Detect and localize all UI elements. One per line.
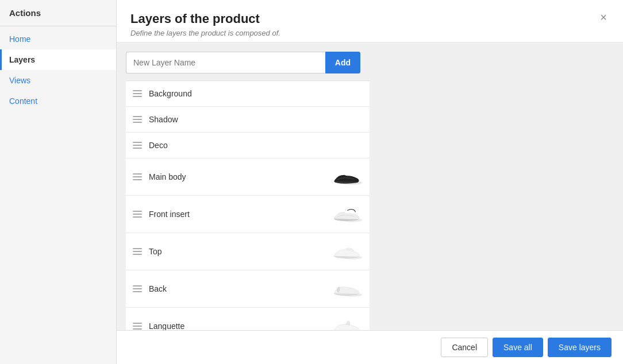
layer-name-top: Top [149,247,162,256]
modal-subtitle: Define the layers the product is compose… [130,29,280,37]
modal-header: Layers of the product Define the layers … [117,0,623,42]
modal-body: Add Background [117,42,623,330]
layer-item-deco[interactable]: Deco [126,133,370,158]
add-layer-row: Add [126,52,360,73]
drag-handle-shadow[interactable] [133,116,142,123]
layer-name-background: Background [149,89,192,98]
modal-title: Layers of the product [130,11,280,26]
modal-title-block: Layers of the product Define the layers … [130,11,280,37]
right-panel [370,42,623,330]
drag-handle-main-body[interactable] [133,173,142,180]
layer-item-main-body[interactable]: Main body [126,158,370,196]
sidebar-nav: Home Layers Views Content [0,26,116,111]
layer-thumb-top [330,241,363,262]
sidebar: Actions Home Layers Views Content [0,0,117,364]
sidebar-item-views[interactable]: Views [0,70,116,91]
cancel-button[interactable]: Cancel [441,338,488,357]
sidebar-header: Actions [0,0,116,26]
layer-name-front-insert: Front insert [149,210,190,219]
layer-name-deco: Deco [149,141,168,150]
drag-handle-front-insert[interactable] [133,211,142,218]
layer-thumb-main-body [330,166,363,187]
drag-handle-back[interactable] [133,285,142,292]
layer-name-shadow: Shadow [149,115,178,124]
layer-item-top[interactable]: Top [126,233,370,270]
sidebar-item-home[interactable]: Home [0,29,116,49]
drag-handle-deco[interactable] [133,142,142,149]
save-layers-button[interactable]: Save layers [548,338,612,357]
layer-thumb-languette [330,316,363,330]
modal-footer: Cancel Save all Save layers [117,330,623,364]
layer-name-languette: Languette [149,322,184,330]
layer-name-back: Back [149,284,167,293]
add-layer-button[interactable]: Add [325,52,360,73]
drag-handle-top[interactable] [133,248,142,255]
layer-list: Background Shadow [126,80,370,330]
sidebar-item-content[interactable]: Content [0,91,116,111]
layer-name-main-body: Main body [149,172,186,181]
main-panel: Layers of the product Define the layers … [117,0,623,364]
sidebar-item-layers[interactable]: Layers [0,49,116,70]
drag-handle-languette[interactable] [133,323,142,330]
layer-item-background[interactable]: Background [126,81,370,107]
layer-thumb-back [330,278,363,299]
save-all-button[interactable]: Save all [493,338,543,357]
layer-item-shadow[interactable]: Shadow [126,107,370,133]
layer-item-languette[interactable]: Languette [126,308,370,330]
layer-thumb-front-insert [330,204,363,224]
close-button[interactable]: × [598,11,609,23]
new-layer-name-input[interactable] [126,52,325,73]
layer-item-back[interactable]: Back [126,270,370,308]
layer-item-front-insert[interactable]: Front insert [126,196,370,233]
drag-handle-background[interactable] [133,90,142,97]
layer-panel: Add Background [117,42,370,330]
